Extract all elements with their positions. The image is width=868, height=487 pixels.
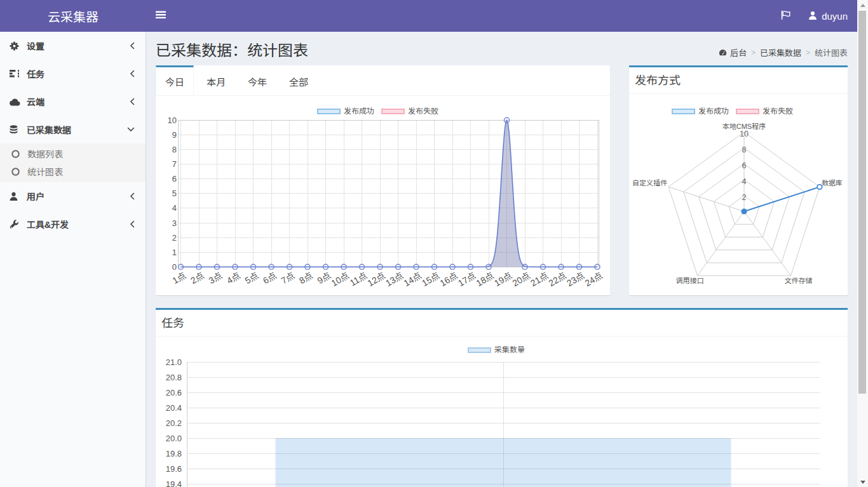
sidebar-item-label: 设置	[27, 39, 130, 52]
user-icon	[10, 192, 23, 201]
radar-axis-label: 本地CMS程序	[722, 123, 766, 130]
hours-chart-legend: 发布成功发布失败	[317, 107, 438, 116]
tasks-header: 任务	[156, 310, 848, 337]
y-tick-label: 20.4	[166, 403, 182, 413]
legend-label: 发布成功	[698, 107, 729, 116]
y-tick-label: 19.8	[166, 449, 182, 458]
publish-method-title: 发布方式	[635, 74, 681, 87]
y-tick-label: 3	[172, 218, 177, 228]
database-icon	[10, 125, 23, 135]
x-tick-label: 7点	[280, 270, 297, 286]
radar-ring-label: 2	[742, 193, 747, 202]
user-icon	[808, 11, 817, 22]
flag-menu-button[interactable]	[770, 0, 802, 32]
sidebar-submenu: 数据列表 统计图表	[0, 143, 146, 182]
sidebar-item-label: 已采集数据	[27, 123, 127, 136]
y-tick-label: 20.2	[166, 418, 182, 428]
radar-ring-label: 8	[742, 145, 747, 154]
flag-icon	[781, 10, 791, 22]
sidebar-item-users[interactable]: 用户	[0, 182, 146, 210]
legend-label: 发布失败	[763, 107, 793, 116]
sidebar: 设置 任务 云端 已采集数据 数据列表	[0, 32, 146, 487]
legend-label: 采集数量	[494, 346, 525, 354]
navbar-right: duyun	[770, 0, 857, 32]
sidebar-subitem-label: 数据列表	[27, 147, 63, 160]
sidebar-item-tools-dev[interactable]: 工具&开发	[0, 210, 146, 238]
chevron-left-icon	[130, 220, 135, 228]
y-tick-label: 20.0	[166, 434, 182, 443]
legend-entry: 采集数量	[468, 346, 525, 354]
y-tick-label: 1	[172, 248, 177, 257]
sidebar-item-tasks[interactable]: 任务	[0, 60, 146, 88]
legend-entry: 发布失败	[381, 107, 438, 116]
x-tick-label: 1点	[171, 270, 188, 286]
x-tick-label: 5点	[243, 270, 261, 286]
sidebar-subitem-data-list[interactable]: 数据列表	[0, 145, 146, 163]
wrench-icon	[10, 220, 23, 229]
circle-o-icon	[11, 150, 23, 158]
sidebar-item-settings[interactable]: 设置	[0, 32, 146, 60]
scrollbar-down-arrow[interactable]	[860, 481, 865, 484]
tab-label: 今年	[248, 75, 267, 88]
publish-method-header: 发布方式	[629, 67, 848, 94]
chevron-down-icon	[127, 127, 135, 132]
scrollbar-up-arrow[interactable]	[860, 4, 865, 7]
sidebar-item-collected-data[interactable]: 已采集数据	[0, 116, 146, 143]
breadcrumb-item-current: 统计图表	[815, 46, 848, 58]
x-tick-label: 8点	[297, 270, 315, 286]
content-area: 已采集数据：统计图表 后台 > 已采集数据 > 统计图表 今日本月今年全部 发布…	[146, 32, 868, 487]
legend-swatch	[672, 109, 695, 114]
sidebar-item-label: 云端	[27, 95, 130, 108]
y-tick-label: 4	[172, 203, 177, 213]
hours-area-chart: 0123456789101点2点3点4点5点6点7点8点9点10点11点12点1…	[156, 96, 610, 295]
breadcrumb-item-collected-data[interactable]: 已采集数据	[760, 46, 801, 58]
y-tick-label: 6	[172, 174, 177, 183]
dashboard-icon	[719, 49, 727, 57]
radar-spoke	[744, 211, 790, 276]
cloud-icon	[10, 98, 23, 106]
legend-entry: 发布成功	[317, 107, 374, 116]
app-logo[interactable]: 云采集器	[0, 0, 146, 32]
page-title: 已采集数据：统计图表	[156, 42, 308, 60]
breadcrumb-separator: >	[751, 48, 756, 57]
y-tick-label: 5	[172, 189, 177, 198]
circle-o-icon	[11, 168, 23, 176]
tasks-bar-chart: 21.020.820.620.420.220.019.819.619.419.2…	[156, 337, 848, 487]
y-tick-label: 19.4	[166, 479, 182, 487]
sidebar-subitem-label: 统计图表	[27, 165, 63, 178]
tasks-icon	[10, 70, 23, 77]
legend-swatch	[736, 109, 759, 114]
x-tick-label: 2点	[189, 270, 206, 286]
user-menu-button[interactable]: duyun	[802, 0, 857, 32]
tasks-chart-legend: 采集数量	[468, 346, 525, 354]
top-navbar: 云采集器 duyun	[0, 0, 868, 32]
legend-entry: 发布失败	[736, 107, 793, 116]
breadcrumb-home[interactable]: 后台	[719, 46, 747, 58]
app-title: 云采集器	[48, 7, 98, 25]
tab-label: 本月	[207, 75, 226, 88]
y-tick-label: 8	[172, 145, 177, 154]
tab-year[interactable]: 今年	[238, 65, 276, 95]
y-tick-label: 7	[172, 159, 177, 169]
sidebar-menu: 设置 任务 云端 已采集数据 数据列表	[0, 32, 146, 238]
breadcrumb-home-label: 后台	[730, 46, 747, 58]
page-scrollbar[interactable]	[857, 0, 868, 487]
radar-axis-label: 自定义插件	[632, 179, 667, 187]
radar-ring-label: 6	[742, 161, 747, 170]
sidebar-toggle-button[interactable]	[146, 0, 175, 32]
radar-axis-label: 数据库	[822, 179, 843, 187]
gear-icon	[10, 41, 23, 51]
chevron-left-icon	[130, 70, 135, 77]
tab-label: 全部	[289, 75, 308, 88]
tab-month[interactable]: 本月	[197, 65, 235, 95]
tab-today[interactable]: 今日	[156, 65, 194, 95]
chart-tabs: 今日本月今年全部	[156, 65, 610, 96]
sidebar-item-cloud[interactable]: 云端	[0, 88, 146, 116]
scrollbar-thumb[interactable]	[858, 11, 866, 394]
sidebar-subitem-stat-charts[interactable]: 统计图表	[0, 163, 146, 180]
legend-label: 发布成功	[344, 107, 374, 116]
legend-swatch	[381, 109, 405, 114]
tab-all[interactable]: 全部	[280, 65, 318, 95]
radar-chart-legend: 发布成功发布失败	[672, 107, 793, 116]
y-tick-label: 20.6	[166, 388, 182, 397]
